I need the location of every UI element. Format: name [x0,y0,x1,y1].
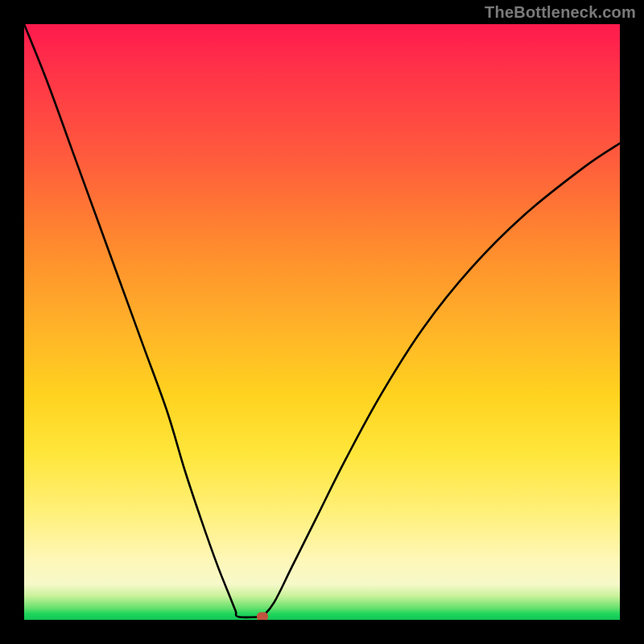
watermark-text: TheBottleneck.com [485,3,636,22]
plot-area [24,24,620,620]
bottleneck-curve [24,24,620,620]
chart-stage: TheBottleneck.com [0,0,644,644]
optimum-marker [257,613,268,620]
